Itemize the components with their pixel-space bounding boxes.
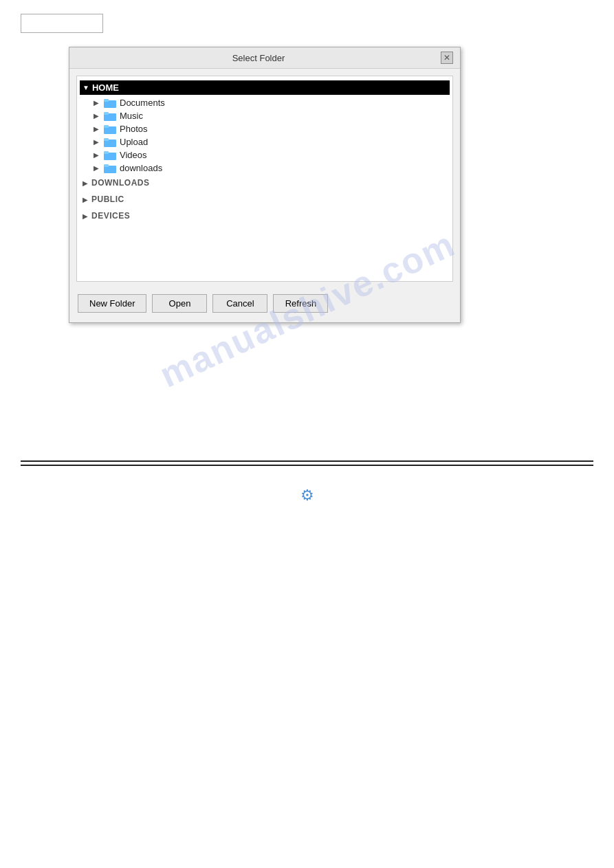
new-folder-button[interactable]: New Folder (78, 294, 146, 313)
tree-item-downloads-child[interactable]: ▶ downloads (94, 162, 450, 175)
downloads-section-label: DOWNLOADS (91, 178, 150, 188)
folder-icon-photos (104, 124, 116, 134)
top-input[interactable] (21, 14, 103, 33)
documents-label: Documents (120, 98, 165, 108)
dialog-title: Select Folder (76, 53, 441, 63)
public-section-label: PUBLIC (91, 194, 124, 204)
svg-rect-5 (104, 125, 109, 128)
svg-rect-3 (104, 112, 109, 115)
dialog-titlebar: Select Folder ✕ (69, 47, 460, 69)
svg-rect-9 (104, 151, 109, 154)
svg-rect-11 (104, 164, 109, 167)
tree-item-photos[interactable]: ▶ Photos (94, 122, 450, 135)
tree-item-music[interactable]: ▶ Music (94, 109, 450, 122)
folder-icon-music (104, 111, 116, 121)
folder-icon-videos (104, 151, 116, 160)
tree-item-documents[interactable]: ▶ Documents (94, 96, 450, 109)
downloads-child-label: downloads (120, 163, 162, 173)
gear-area: ⚙ (0, 487, 614, 504)
select-folder-dialog: Select Folder ✕ ▼ HOME ▶ (69, 47, 461, 323)
tree-item-videos[interactable]: ▶ Videos (94, 148, 450, 162)
dialog-wrapper: Select Folder ✕ ▼ HOME ▶ (0, 40, 614, 337)
tree-section-devices[interactable]: ▶ DEVICES (80, 208, 450, 224)
divider-line-1 (21, 460, 593, 462)
gear-icon: ⚙ (300, 487, 314, 504)
tree-section-public[interactable]: ▶ PUBLIC (80, 191, 450, 208)
dialog-close-button[interactable]: ✕ (441, 52, 453, 64)
divider-line-2 (21, 465, 593, 466)
home-arrow: ▼ (83, 84, 89, 91)
svg-rect-1 (104, 99, 109, 102)
music-label: Music (120, 111, 143, 121)
tree-item-upload[interactable]: ▶ Upload (94, 135, 450, 148)
home-children: ▶ Documents ▶ (80, 96, 450, 175)
photos-label: Photos (120, 124, 147, 134)
cancel-button[interactable]: Cancel (212, 294, 267, 313)
refresh-button[interactable]: Refresh (273, 294, 328, 313)
tree-section-downloads[interactable]: ▶ DOWNLOADS (80, 175, 450, 191)
folder-tree: ▼ HOME ▶ Documents ▶ (76, 76, 453, 282)
home-label: HOME (92, 82, 119, 93)
lines-section (0, 460, 614, 466)
devices-section-label: DEVICES (91, 211, 130, 221)
dialog-button-row: New Folder Open Cancel Refresh (69, 289, 460, 322)
folder-icon-documents (104, 98, 116, 108)
open-button[interactable]: Open (152, 294, 207, 313)
top-input-area (0, 0, 614, 40)
folder-icon-downloads-child (104, 164, 116, 173)
videos-label: Videos (120, 150, 147, 160)
folder-icon-upload (104, 137, 116, 147)
upload-label: Upload (120, 137, 148, 147)
svg-rect-7 (104, 138, 109, 141)
tree-item-home[interactable]: ▼ HOME (80, 80, 450, 95)
